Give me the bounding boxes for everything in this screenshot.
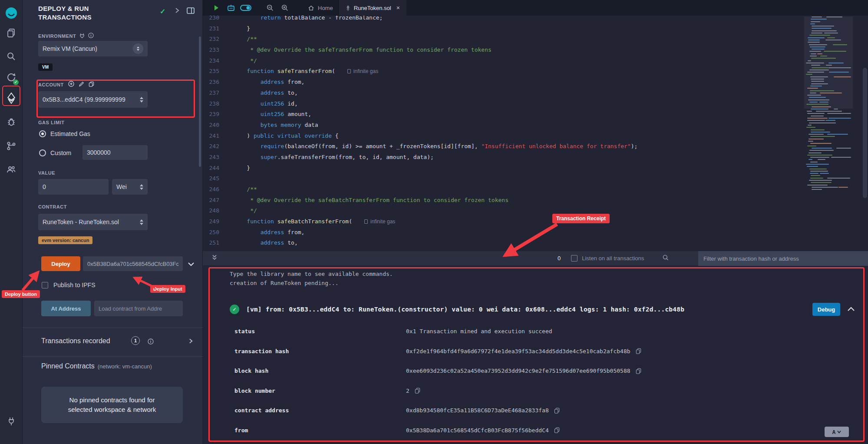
code-line: 238 uint256 id, [203,99,868,109]
terminal-search-icon[interactable] [662,254,669,263]
terminal-overlay-badge[interactable]: A [825,427,849,437]
value-input[interactable] [38,179,109,195]
solidity-compiler-icon[interactable]: ✓ [0,69,23,86]
custom-gas-input[interactable] [83,145,148,160]
at-address-input[interactable] [94,301,183,316]
copy-icon[interactable] [636,368,641,374]
copilot-toggle-icon[interactable] [238,0,253,16]
copy-icon[interactable] [554,408,560,414]
environment-value: Remix VM (Cancun) [43,45,97,52]
custom-gas-radio[interactable] [39,149,46,156]
gas-limit-label: GAS LIMIT [38,120,65,125]
receipt-label: transaction hash [234,348,406,355]
code-lines: 230 return totalBalance - frozenBalance;… [203,16,868,249]
receipt-value: 0xf2de1f964bfd4f9a6d67972f4e1dea39f53ac3… [406,348,630,355]
editor-scrollbar[interactable] [863,16,867,251]
panel-scrollbar[interactable] [199,36,201,167]
transaction-summary-row[interactable]: ✓ [vm] from: 0x5B3...eddC4 to: RuneToken… [203,301,868,318]
tab-home-label: Home [318,5,333,11]
panel-expand-icon[interactable] [175,7,180,15]
code-line: 231 } [203,23,868,34]
code-line: 242 require(balanceOf(from, id) >= amoun… [203,141,868,152]
transactions-info-icon[interactable] [148,338,154,346]
git-icon[interactable] [0,137,23,155]
contract-select-arrows [140,219,143,225]
at-address-button[interactable]: At Address [41,301,91,316]
contract-select[interactable]: RuneToken - RuneToken.sol [38,214,148,230]
code-line: 236 address from, [203,77,868,88]
debug-button[interactable]: Debug [812,303,840,316]
deploy-button[interactable]: Deploy [41,256,80,271]
code-line: 240 bytes memory data [203,120,868,131]
environment-label: ENVIRONMENT [38,33,76,39]
receipt-label: status [234,328,406,335]
tab-runetoken[interactable]: RuneToken.sol × [340,0,406,16]
transaction-filter-input[interactable] [698,251,868,266]
search-icon[interactable] [0,48,23,65]
receipt-value: 0x5B38Da6a701c568545dCfcB03FcB875f56bedd… [406,427,549,434]
run-script-icon[interactable] [209,0,224,16]
copy-icon[interactable] [636,348,641,354]
estimated-gas-radio[interactable] [39,130,46,137]
terminal-pending-line: creation of RuneToken pending... [230,278,868,288]
copy-icon[interactable] [554,427,560,433]
deploy-run-icon[interactable] [0,89,23,107]
terminal-toolbar: 0 Listen on all transactions [203,251,868,266]
fork-icon[interactable] [79,32,85,40]
debugger-icon[interactable] [0,113,23,130]
tab-home[interactable]: Home [302,0,340,16]
terminal-expand-icon[interactable] [211,254,218,262]
home-icon [308,5,314,11]
panel-check-icon[interactable]: ✓ [160,7,165,16]
editor-area: Home RuneToken.sol × 230 return totalBal… [203,0,868,251]
listen-label: Listen on all transactions [582,255,644,262]
copy-icon[interactable] [415,388,420,394]
receipt-value: 2 [406,388,409,394]
code-line: 241 ) public virtual override { [203,131,868,142]
deploy-input[interactable] [83,256,183,271]
value-unit-select[interactable]: Wei [112,179,148,195]
code-line: 237 address to, [203,88,868,99]
file-explorer-icon[interactable] [0,24,23,42]
collapse-receipt-icon[interactable] [847,305,855,314]
zoom-in-icon[interactable] [277,0,292,16]
publish-ipfs-checkbox[interactable] [42,282,48,288]
plugin-manager-icon[interactable] [0,161,23,178]
terminal: 0 Listen on all transactions Type the li… [203,251,868,444]
add-account-icon[interactable] [68,81,74,89]
info-icon[interactable] [88,32,94,40]
transactions-recorded-label: Transactions recorded [41,337,110,345]
sign-message-icon[interactable] [79,81,84,89]
code-line: 251 address to, [203,238,868,249]
receipt-label: contract address [234,407,406,414]
receipt-row: block number2 [234,381,868,401]
environment-pin-icon[interactable] [133,43,143,54]
receipt-row: status0x1 Transaction mined and executio… [234,321,868,341]
account-select[interactable]: 0x5B3...eddC4 (99.999999999 [38,91,148,108]
tab-close-icon[interactable]: × [396,4,400,11]
infinite-gas-decoration: infinite gas [347,68,378,74]
receipt-label: from [234,427,406,434]
remix-logo[interactable] [0,4,23,22]
ai-assistant-icon[interactable] [224,0,238,16]
receipt-row: from0x5B38Da6a701c568545dCfcB03FcB875f56… [234,421,868,441]
zoom-out-icon[interactable] [263,0,277,16]
settings-plug-icon[interactable] [0,413,23,430]
receipt-value: 0x1 Transaction mined and execution succ… [406,328,552,335]
receipt-label: block hash [234,368,406,374]
code-line: 243 super.safeTransferFrom(from, to, id,… [203,152,868,163]
listen-checkbox[interactable] [571,255,578,262]
deploy-expand-chevron-icon[interactable] [188,261,195,268]
code-editor[interactable]: 230 return totalBalance - frozenBalance;… [203,16,868,251]
account-label: ACCOUNT [38,82,64,87]
listen-count: 0 [558,255,561,262]
panel-layout-icon[interactable] [187,7,195,16]
copy-account-icon[interactable] [89,81,94,89]
transactions-expand-icon[interactable] [188,338,193,346]
environment-select[interactable]: Remix VM (Cancun) [38,41,148,56]
code-line: 233 * @dev Override the safeTransferFrom… [203,45,868,56]
custom-gas-label: Custom [50,149,71,156]
contract-value: RuneToken - RuneToken.sol [43,219,119,225]
receipt-value: 0xee6093d236c02a52a450ea73952d3dd942c9e2… [406,368,630,374]
minimap[interactable] [806,17,851,203]
